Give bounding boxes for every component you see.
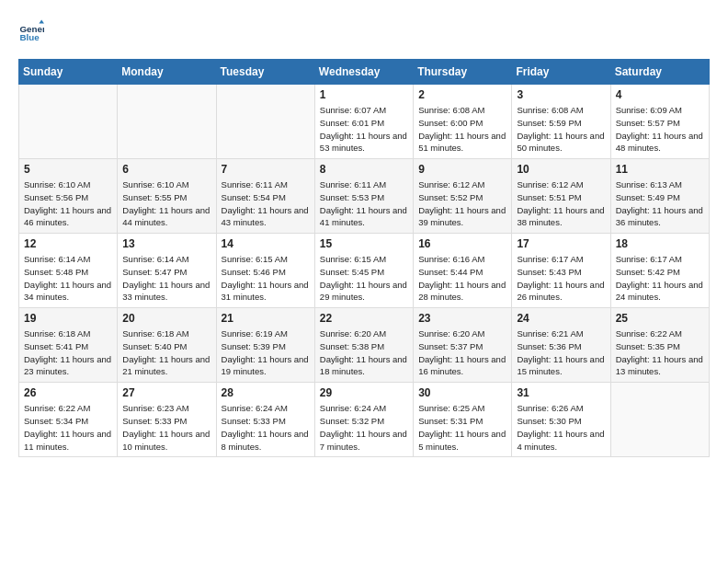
day-number: 16 bbox=[418, 237, 506, 250]
calendar-day-cell: 5Sunrise: 6:10 AM Sunset: 5:56 PM Daylig… bbox=[19, 159, 118, 234]
day-number: 19 bbox=[24, 312, 112, 325]
calendar-day-cell bbox=[118, 85, 216, 159]
day-info: Sunrise: 6:20 AM Sunset: 5:38 PM Dayligh… bbox=[320, 327, 408, 378]
day-info: Sunrise: 6:14 AM Sunset: 5:48 PM Dayligh… bbox=[24, 253, 112, 304]
day-number: 20 bbox=[122, 312, 210, 325]
calendar-day-cell: 19Sunrise: 6:18 AM Sunset: 5:41 PM Dayli… bbox=[19, 308, 118, 383]
calendar-day-cell: 30Sunrise: 6:25 AM Sunset: 5:31 PM Dayli… bbox=[414, 383, 512, 457]
calendar-week-row: 1Sunrise: 6:07 AM Sunset: 6:01 PM Daylig… bbox=[19, 85, 710, 159]
calendar-day-cell: 17Sunrise: 6:17 AM Sunset: 5:43 PM Dayli… bbox=[512, 234, 610, 308]
weekday-header-cell: Thursday bbox=[414, 60, 512, 85]
day-number: 1 bbox=[320, 88, 408, 101]
calendar-day-cell: 13Sunrise: 6:14 AM Sunset: 5:47 PM Dayli… bbox=[118, 234, 216, 308]
day-number: 13 bbox=[122, 237, 210, 250]
weekday-header-cell: Sunday bbox=[19, 60, 118, 85]
calendar-day-cell: 22Sunrise: 6:20 AM Sunset: 5:38 PM Dayli… bbox=[314, 308, 413, 383]
day-number: 8 bbox=[320, 163, 408, 176]
day-number: 28 bbox=[222, 386, 310, 399]
calendar-day-cell: 24Sunrise: 6:21 AM Sunset: 5:36 PM Dayli… bbox=[512, 308, 610, 383]
day-number: 22 bbox=[320, 312, 408, 325]
day-info: Sunrise: 6:12 AM Sunset: 5:51 PM Dayligh… bbox=[517, 178, 605, 229]
logo-icon: General Blue bbox=[18, 18, 44, 44]
calendar-day-cell: 31Sunrise: 6:26 AM Sunset: 5:30 PM Dayli… bbox=[512, 383, 610, 457]
day-number: 14 bbox=[222, 237, 310, 250]
day-number: 21 bbox=[222, 312, 310, 325]
calendar-day-cell: 12Sunrise: 6:14 AM Sunset: 5:48 PM Dayli… bbox=[19, 234, 118, 308]
calendar-day-cell: 8Sunrise: 6:11 AM Sunset: 5:53 PM Daylig… bbox=[314, 159, 413, 234]
day-number: 24 bbox=[517, 312, 605, 325]
day-info: Sunrise: 6:08 AM Sunset: 5:59 PM Dayligh… bbox=[517, 104, 605, 155]
calendar-day-cell: 29Sunrise: 6:24 AM Sunset: 5:32 PM Dayli… bbox=[314, 383, 413, 457]
day-number: 15 bbox=[320, 237, 408, 250]
day-info: Sunrise: 6:17 AM Sunset: 5:43 PM Dayligh… bbox=[517, 253, 605, 304]
day-number: 25 bbox=[616, 312, 704, 325]
calendar-day-cell: 7Sunrise: 6:11 AM Sunset: 5:54 PM Daylig… bbox=[216, 159, 314, 234]
calendar-day-cell: 15Sunrise: 6:15 AM Sunset: 5:45 PM Dayli… bbox=[314, 234, 413, 308]
calendar-day-cell: 25Sunrise: 6:22 AM Sunset: 5:35 PM Dayli… bbox=[610, 308, 709, 383]
day-info: Sunrise: 6:18 AM Sunset: 5:40 PM Dayligh… bbox=[122, 327, 210, 378]
calendar-day-cell: 1Sunrise: 6:07 AM Sunset: 6:01 PM Daylig… bbox=[314, 85, 413, 159]
day-number: 31 bbox=[517, 386, 605, 399]
day-info: Sunrise: 6:17 AM Sunset: 5:42 PM Dayligh… bbox=[616, 253, 704, 304]
day-number: 27 bbox=[122, 386, 210, 399]
calendar-week-row: 19Sunrise: 6:18 AM Sunset: 5:41 PM Dayli… bbox=[19, 308, 710, 383]
logo: General Blue bbox=[18, 18, 48, 44]
weekday-header-row: SundayMondayTuesdayWednesdayThursdayFrid… bbox=[19, 60, 710, 85]
day-number: 3 bbox=[517, 88, 605, 101]
calendar-day-cell bbox=[216, 85, 314, 159]
calendar-day-cell: 9Sunrise: 6:12 AM Sunset: 5:52 PM Daylig… bbox=[414, 159, 512, 234]
day-info: Sunrise: 6:15 AM Sunset: 5:45 PM Dayligh… bbox=[320, 253, 408, 304]
calendar-day-cell: 10Sunrise: 6:12 AM Sunset: 5:51 PM Dayli… bbox=[512, 159, 610, 234]
calendar-day-cell: 2Sunrise: 6:08 AM Sunset: 6:00 PM Daylig… bbox=[414, 85, 512, 159]
day-number: 30 bbox=[418, 386, 506, 399]
calendar-day-cell: 23Sunrise: 6:20 AM Sunset: 5:37 PM Dayli… bbox=[414, 308, 512, 383]
day-info: Sunrise: 6:26 AM Sunset: 5:30 PM Dayligh… bbox=[517, 402, 605, 453]
day-number: 17 bbox=[517, 237, 605, 250]
day-number: 10 bbox=[517, 163, 605, 176]
day-info: Sunrise: 6:11 AM Sunset: 5:53 PM Dayligh… bbox=[320, 178, 408, 229]
day-info: Sunrise: 6:10 AM Sunset: 5:56 PM Dayligh… bbox=[24, 178, 112, 229]
calendar-day-cell: 3Sunrise: 6:08 AM Sunset: 5:59 PM Daylig… bbox=[512, 85, 610, 159]
day-info: Sunrise: 6:23 AM Sunset: 5:33 PM Dayligh… bbox=[122, 402, 210, 453]
day-info: Sunrise: 6:16 AM Sunset: 5:44 PM Dayligh… bbox=[418, 253, 506, 304]
calendar-week-row: 12Sunrise: 6:14 AM Sunset: 5:48 PM Dayli… bbox=[19, 234, 710, 308]
calendar-day-cell: 4Sunrise: 6:09 AM Sunset: 5:57 PM Daylig… bbox=[610, 85, 709, 159]
day-info: Sunrise: 6:13 AM Sunset: 5:49 PM Dayligh… bbox=[616, 178, 704, 229]
page-header: General Blue bbox=[18, 18, 710, 44]
day-info: Sunrise: 6:24 AM Sunset: 5:33 PM Dayligh… bbox=[222, 402, 310, 453]
calendar-body: 1Sunrise: 6:07 AM Sunset: 6:01 PM Daylig… bbox=[19, 85, 710, 457]
day-info: Sunrise: 6:10 AM Sunset: 5:55 PM Dayligh… bbox=[122, 178, 210, 229]
day-info: Sunrise: 6:08 AM Sunset: 6:00 PM Dayligh… bbox=[418, 104, 506, 155]
weekday-header-cell: Wednesday bbox=[314, 60, 413, 85]
calendar-day-cell: 27Sunrise: 6:23 AM Sunset: 5:33 PM Dayli… bbox=[118, 383, 216, 457]
day-info: Sunrise: 6:14 AM Sunset: 5:47 PM Dayligh… bbox=[122, 253, 210, 304]
day-number: 7 bbox=[222, 163, 310, 176]
calendar-week-row: 26Sunrise: 6:22 AM Sunset: 5:34 PM Dayli… bbox=[19, 383, 710, 457]
calendar-day-cell: 26Sunrise: 6:22 AM Sunset: 5:34 PM Dayli… bbox=[19, 383, 118, 457]
weekday-header-cell: Tuesday bbox=[216, 60, 314, 85]
calendar-table: SundayMondayTuesdayWednesdayThursdayFrid… bbox=[18, 59, 710, 457]
weekday-header-cell: Friday bbox=[512, 60, 610, 85]
day-number: 5 bbox=[24, 163, 112, 176]
day-number: 29 bbox=[320, 386, 408, 399]
calendar-day-cell bbox=[610, 383, 709, 457]
day-number: 11 bbox=[616, 163, 704, 176]
svg-text:Blue: Blue bbox=[19, 32, 40, 42]
day-info: Sunrise: 6:15 AM Sunset: 5:46 PM Dayligh… bbox=[222, 253, 310, 304]
day-info: Sunrise: 6:18 AM Sunset: 5:41 PM Dayligh… bbox=[24, 327, 112, 378]
calendar-day-cell: 28Sunrise: 6:24 AM Sunset: 5:33 PM Dayli… bbox=[216, 383, 314, 457]
day-number: 6 bbox=[122, 163, 210, 176]
calendar-day-cell: 14Sunrise: 6:15 AM Sunset: 5:46 PM Dayli… bbox=[216, 234, 314, 308]
calendar-day-cell: 20Sunrise: 6:18 AM Sunset: 5:40 PM Dayli… bbox=[118, 308, 216, 383]
calendar-day-cell bbox=[19, 85, 118, 159]
day-info: Sunrise: 6:11 AM Sunset: 5:54 PM Dayligh… bbox=[222, 178, 310, 229]
day-number: 4 bbox=[616, 88, 704, 101]
calendar-day-cell: 16Sunrise: 6:16 AM Sunset: 5:44 PM Dayli… bbox=[414, 234, 512, 308]
day-info: Sunrise: 6:25 AM Sunset: 5:31 PM Dayligh… bbox=[418, 402, 506, 453]
calendar-day-cell: 21Sunrise: 6:19 AM Sunset: 5:39 PM Dayli… bbox=[216, 308, 314, 383]
day-number: 9 bbox=[418, 163, 506, 176]
day-number: 18 bbox=[616, 237, 704, 250]
day-number: 26 bbox=[24, 386, 112, 399]
day-info: Sunrise: 6:22 AM Sunset: 5:34 PM Dayligh… bbox=[24, 402, 112, 453]
day-number: 12 bbox=[24, 237, 112, 250]
